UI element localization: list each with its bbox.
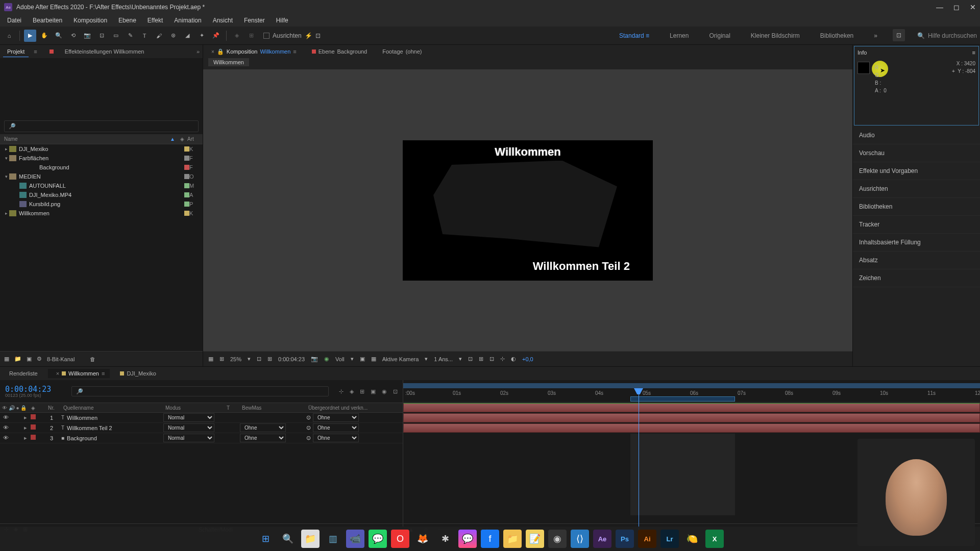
side-panel-inhaltsbasierte-füllung[interactable]: Inhaltsbasierte Füllung [853, 234, 980, 252]
work-area-range[interactable] [630, 396, 735, 402]
col-tag[interactable]: ◈ [180, 136, 187, 142]
puppet-tool[interactable]: 📌 [210, 30, 222, 42]
taskbar-teams[interactable]: 📹 [346, 530, 364, 548]
snapshot-button[interactable]: 📷 [311, 356, 318, 362]
tab-ebene[interactable]: Ebene Background [308, 47, 372, 56]
workspace-reset[interactable]: ⊡ [893, 29, 905, 41]
workspace-kleiner[interactable]: Kleiner Bildschirm [746, 29, 805, 42]
transparency-button[interactable]: ▦ [371, 356, 376, 362]
roto-tool[interactable]: ✦ [195, 30, 208, 42]
taskbar-ai[interactable]: Ai [638, 530, 656, 548]
panel-overflow[interactable]: » [197, 48, 200, 55]
text-tool[interactable]: T [138, 30, 151, 42]
layer-bar-3[interactable] [403, 423, 980, 433]
menu-effekt[interactable]: Effekt [142, 15, 168, 26]
start-button[interactable]: ⊞ [256, 530, 275, 548]
taskbar-vscode[interactable]: ⟨⟩ [571, 530, 589, 548]
workspace-lernen[interactable]: Lernen [665, 29, 694, 42]
side-panel-absatz[interactable]: Absatz [853, 252, 980, 269]
tab-timeline-dji[interactable]: DJI_Mexiko [115, 369, 161, 378]
menu-bearbeiten[interactable]: Bearbeiten [28, 15, 67, 26]
home-button[interactable]: ⌂ [3, 30, 15, 42]
workspace-original[interactable]: Original [704, 29, 735, 42]
project-item[interactable]: ▾FarbflächenF [0, 154, 203, 163]
menu-datei[interactable]: Datei [2, 15, 27, 26]
taskbar-taskview[interactable]: ▥ [324, 530, 342, 548]
workspace-bibliotheken[interactable]: Bibliotheken [815, 29, 859, 42]
project-search[interactable]: 🔎 [4, 120, 199, 132]
project-item[interactable]: AUTOUNFALLM [0, 181, 203, 190]
interpret-button[interactable]: ▦ [4, 356, 9, 362]
flowchart-button[interactable]: ⊹ [500, 356, 505, 362]
taskbar-messenger[interactable]: 💬 [458, 530, 477, 548]
tab-timeline-willkommen[interactable]: × Willkommen ≡ [48, 369, 110, 378]
col-modus[interactable]: Modus [163, 405, 225, 411]
taskbar-opera[interactable]: O [391, 530, 409, 548]
comp-nav-item[interactable]: Willkommen [208, 58, 249, 66]
tab-komposition[interactable]: ×🔒 Komposition Willkommen ≡ [207, 47, 301, 57]
project-item[interactable]: DJI_Mexiko.MP4A [0, 190, 203, 199]
tl-icon-6[interactable]: ⊡ [393, 388, 398, 395]
help-search[interactable]: 🔍 Hilfe durchsuchen [917, 32, 977, 39]
eraser-tool[interactable]: ◢ [181, 30, 193, 42]
project-item[interactable]: ▸WillkommenK [0, 209, 203, 218]
menu-komposition[interactable]: Komposition [68, 15, 112, 26]
project-item[interactable]: BackgroundF [0, 163, 203, 172]
tl-icon-4[interactable]: ▣ [371, 388, 376, 395]
pen-tool[interactable]: ✎ [124, 30, 136, 42]
tl-icon-2[interactable]: ◈ [350, 388, 354, 395]
fast-preview-button[interactable]: ⊞ [479, 356, 483, 362]
taskbar-ae[interactable]: Ae [593, 530, 611, 548]
col-quellenname[interactable]: Quellenname [61, 405, 163, 411]
comp-canvas[interactable]: Willkommen Willkommen Teil 2 [403, 140, 653, 281]
stamp-tool[interactable]: ⊛ [167, 30, 179, 42]
side-panel-tracker[interactable]: Tracker [853, 216, 980, 234]
bpc-label[interactable]: 8-Bit-Kanal [47, 356, 75, 362]
tl-icon-1[interactable]: ⊹ [339, 388, 344, 395]
pan-behind-tool[interactable]: ⊡ [95, 30, 108, 42]
project-item[interactable]: ▸DJI_MexikoK [0, 144, 203, 154]
timeline-button[interactable]: ⊡ [489, 356, 494, 362]
tab-footage[interactable]: Footage (ohne) [378, 47, 426, 56]
new-comp-button[interactable]: ▣ [27, 356, 32, 362]
layer-bar-2[interactable] [403, 413, 980, 422]
taskbar-search[interactable]: 🔍 [279, 530, 297, 548]
timeline-ruler[interactable]: :00s01s02s03s04s05s06s07s08s09s10s11s12s [403, 380, 980, 403]
menu-hilfe[interactable]: Hilfe [271, 15, 293, 26]
timecode-display[interactable]: 0:00:04:23 [278, 356, 305, 362]
settings-button[interactable]: ⚙ [37, 356, 42, 362]
col-parent[interactable]: Übergeordnet und verkn... [306, 405, 403, 411]
taskbar-excel[interactable]: X [705, 530, 724, 548]
tool-extra-1[interactable]: ◈ [231, 30, 243, 42]
side-panel-effekte-und-vorgaben[interactable]: Effekte und Vorgaben [853, 162, 980, 180]
tab-effekteinstellungen[interactable]: Effekteinstellungen Willkommen [61, 46, 149, 57]
project-item[interactable]: Kursbild.pngP [0, 199, 203, 209]
taskbar-app1[interactable]: ✱ [436, 530, 454, 548]
safe-icon[interactable]: ⊞ [267, 356, 272, 362]
timeline-layer-row[interactable]: 👁 ▸1TWillkommenNormal⊙Ohne [0, 413, 403, 423]
info-title[interactable]: Info [857, 49, 867, 56]
col-nr[interactable]: Nr. [46, 405, 61, 411]
close-button[interactable]: ✕ [970, 3, 976, 11]
tab-projekt[interactable]: Projekt [3, 46, 29, 57]
new-folder-button[interactable]: 📁 [14, 356, 21, 362]
hand-tool[interactable]: ✋ [38, 30, 51, 42]
camera-tool[interactable]: 📷 [81, 30, 93, 42]
side-panel-bibliotheken[interactable]: Bibliotheken [853, 198, 980, 216]
taskbar-ps[interactable]: Ps [616, 530, 634, 548]
col-bewmas[interactable]: BewMas [240, 405, 306, 411]
selection-tool[interactable]: ▶ [24, 30, 36, 42]
menu-animation[interactable]: Animation [169, 15, 206, 26]
camera-dropdown[interactable]: Aktive Kamera [382, 356, 419, 362]
col-name[interactable]: Name [4, 136, 170, 142]
layer-bar-1[interactable] [403, 403, 980, 412]
comp-viewport[interactable]: Willkommen Willkommen Teil 2 [203, 69, 852, 351]
close-icon[interactable]: × [56, 370, 59, 377]
resolution-dropdown[interactable]: Voll [335, 356, 345, 362]
col-art[interactable]: Art [187, 136, 199, 142]
side-panel-zeichen[interactable]: Zeichen [853, 269, 980, 287]
taskbar-notes[interactable]: 📝 [526, 530, 544, 548]
side-panel-ausrichten[interactable]: Ausrichten [853, 180, 980, 198]
menu-ansicht[interactable]: Ansicht [208, 15, 238, 26]
taskbar-app2[interactable]: 🍋 [683, 530, 701, 548]
